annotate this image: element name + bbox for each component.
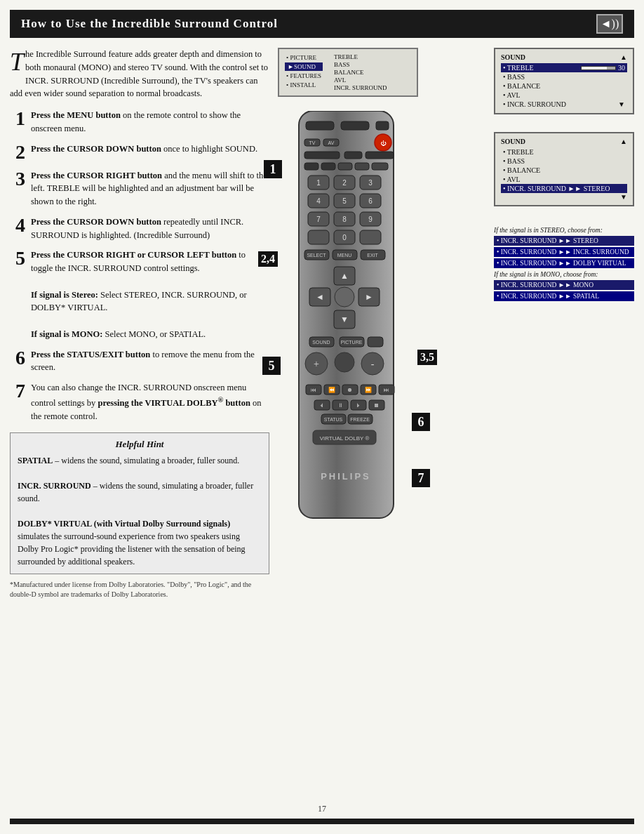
main-content: T he Incredible Surround feature adds gr… [0,38,644,797]
treble-bar-fill [582,67,607,70]
svg-rect-15 [338,163,352,170]
tv-menu-picture: • PICTURE [285,53,323,62]
svg-text:▼: ▼ [340,315,349,324]
step-badge-5: 5 [262,357,281,375]
tv-screen2-treble-bar: 30 [581,64,625,72]
svg-text:MENU: MENU [337,253,352,258]
svg-text:2: 2 [342,179,347,187]
tv-screen3-treble: • TREBLE [501,147,627,157]
tv-screen2-title: SOUND [501,53,525,61]
step-5-text: Press the CURSOR RIGHT or CURSOR LEFT bu… [31,249,269,340]
mono-label: If the signal is in MONO, choose from: [494,271,634,278]
remote-illustration: 1 2,4 5 3,5 6 7 [285,111,408,535]
svg-rect-13 [304,163,318,170]
intro-paragraph: T he Incredible Surround feature adds gr… [10,48,269,100]
step-1: 1 Press the MENU button on the remote co… [10,109,269,135]
svg-text:⏵: ⏵ [356,402,361,409]
step-7-text: You can also change the INCR. SURROUND o… [31,381,269,423]
page: How to Use the Incredible Surround Contr… [0,0,644,834]
svg-rect-38 [360,230,381,244]
tv-screen3-incr-label: • INCR. SURROUND ►► STEREO [503,185,610,192]
tv-screen2-bass: • BASS [501,72,627,81]
svg-text:⏮: ⏮ [311,387,316,393]
drop-cap: T [10,49,24,74]
svg-text:0: 0 [342,234,347,241]
svg-text:▲: ▲ [340,271,349,281]
step-3-text: Press the CURSOR RIGHT button and the me… [31,169,269,208]
svg-rect-1 [306,121,334,130]
tv-screen-2: SOUND ▲ • TREBLE 30 • BASS • BALANCE • A… [494,48,634,114]
tv-screen3-avl: • AVL [501,175,627,184]
tv-screen2-incr: • INCR. SURROUND ▼ [501,100,627,109]
svg-text:◄: ◄ [316,292,324,302]
bottom-border [10,819,634,824]
tv-screen2-up-arrow: ▲ [620,53,627,61]
svg-rect-10 [304,152,340,159]
svg-text:PICTURE: PICTURE [341,340,363,345]
step-6: 6 Press the STATUS/EXIT button to remove… [10,348,269,375]
tv-screen2-treble-label: • TREBLE [503,64,534,72]
step-7-number: 7 [10,381,25,401]
svg-text:TV: TV [309,140,316,145]
tv-menu-avl: AVL [334,77,387,84]
stereo-opt-2: • INCR. SURROUND ►► INCR. SURROUND [494,247,634,257]
tv-screen2-treble-row: • TREBLE 30 [501,63,627,72]
svg-text:⏺: ⏺ [347,387,353,393]
svg-rect-57 [368,337,383,347]
step-4: 4 Press the CURSOR DOWN button repeatedl… [10,216,269,242]
svg-point-62 [335,352,354,372]
helpful-hint-box: Helpful Hint SPATIAL – widens the sound,… [10,432,269,574]
stereo-opt-3: • INCR. SURROUND ►► DOLBY VIRTUAL [494,258,634,268]
svg-text:FREEZE: FREEZE [350,417,370,422]
step-6-number: 6 [10,348,25,368]
tv-screen3-incr-highlighted: • INCR. SURROUND ►► STEREO [501,184,627,193]
left-column: T he Incredible Surround feature adds gr… [10,48,269,797]
step-2: 2 Press the CURSOR DOWN button once to h… [10,143,269,162]
svg-text:⏹: ⏹ [374,402,380,409]
svg-text:6: 6 [368,197,373,205]
tv-screen2-header: SOUND ▲ [501,53,627,61]
tv-menu-incr-surround: INCR. SURROUND [334,84,387,91]
tv-menu-balance: BALANCE [334,69,387,76]
svg-text:⏻: ⏻ [380,140,387,147]
speaker-icon: ◄)) [596,14,623,34]
stereo-opt-1: • INCR. SURROUND ►► STEREO [494,236,634,246]
hint-title: Helpful Hint [18,439,262,450]
svg-rect-16 [355,163,369,170]
step-badge-7: 7 [412,469,430,487]
step-4-text: Press the CURSOR DOWN button repeatedly … [31,216,269,242]
svg-text:►: ► [365,292,373,302]
svg-text:VIRTUAL DOLBY ®: VIRTUAL DOLBY ® [320,435,370,442]
svg-text:⏪: ⏪ [328,386,335,393]
tv-screen3-down-arrow: ▼ [501,193,627,201]
tv-screen-1: • PICTURE ►SOUND • FEATURES • INSTALL TR… [278,48,418,97]
svg-rect-2 [341,121,369,130]
page-title: How to Use the Incredible Surround Contr… [21,17,278,31]
svg-text:7: 7 [316,216,321,223]
step-6-text: Press the STATUS/EXIT button to remove t… [31,348,269,375]
tv-menu-features: • FEATURES [285,72,323,80]
svg-rect-36 [308,230,329,244]
step-badge-24: 2,4 [258,251,278,267]
svg-rect-11 [344,152,362,159]
tv-screen3-title: SOUND [501,138,525,145]
tv-screen2-balance: • BALANCE [501,81,627,91]
step-5-number: 5 [10,249,25,268]
treble-bar-track [581,66,616,70]
svg-text:PHILIPS: PHILIPS [321,471,371,482]
step-5: 5 Press the CURSOR RIGHT or CURSOR LEFT … [10,249,269,340]
step-3: 3 Press the CURSOR RIGHT button and the … [10,169,269,208]
hint-content: SPATIAL – widens the sound, simulating a… [18,454,262,568]
treble-bar-value: 30 [618,64,625,72]
svg-text:STATUS: STATUS [324,417,343,422]
svg-text:⏭: ⏭ [384,387,389,393]
tv-menu-sound-selected: ►SOUND [285,62,323,71]
tv-screen2-avl: • AVL [501,91,627,100]
remote-svg: ⏻ TV AV [285,111,408,532]
svg-text:SELECT: SELECT [307,253,326,258]
right-column: • PICTURE ►SOUND • FEATURES • INSTALL TR… [278,48,634,797]
step-1-text: Press the MENU button on the remote cont… [31,109,269,135]
step-1-number: 1 [10,109,25,128]
intro-text: he Incredible Surround feature adds grea… [10,49,268,98]
tv-menu-install: • INSTALL [285,81,323,89]
